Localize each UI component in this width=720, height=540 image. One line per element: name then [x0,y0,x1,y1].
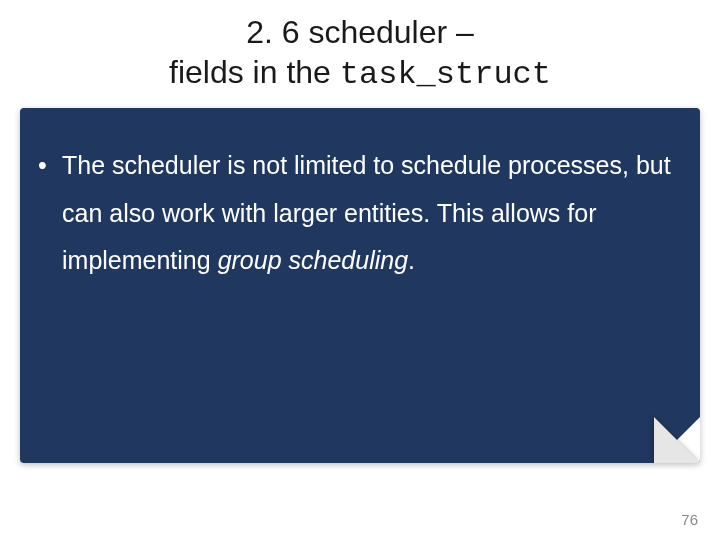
page-number: 76 [681,511,698,528]
content-box: The scheduler is not limited to schedule… [20,108,700,463]
title-line-1: 2. 6 scheduler – [246,14,474,50]
title-code: task_struct [340,56,551,93]
title-line-2-prefix: fields in the [169,54,340,90]
page-curl-icon [654,417,700,463]
bullet-text-italic: group scheduling [218,246,408,274]
slide: 2. 6 scheduler – fields in the task_stru… [0,0,720,540]
bullet-item: The scheduler is not limited to schedule… [62,142,676,285]
bullet-text-tail: . [408,246,415,274]
slide-title: 2. 6 scheduler – fields in the task_stru… [0,0,720,95]
content-inner: The scheduler is not limited to schedule… [20,108,700,309]
